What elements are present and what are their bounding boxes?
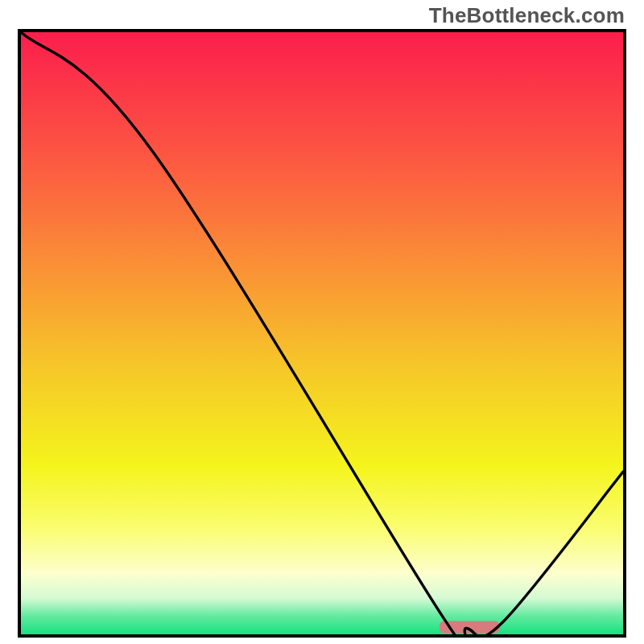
bottleneck-curve-path <box>21 32 623 634</box>
chart-plot-area <box>18 29 626 638</box>
watermark-label: TheBottleneck.com <box>429 3 625 28</box>
chart-overlay <box>21 32 623 634</box>
